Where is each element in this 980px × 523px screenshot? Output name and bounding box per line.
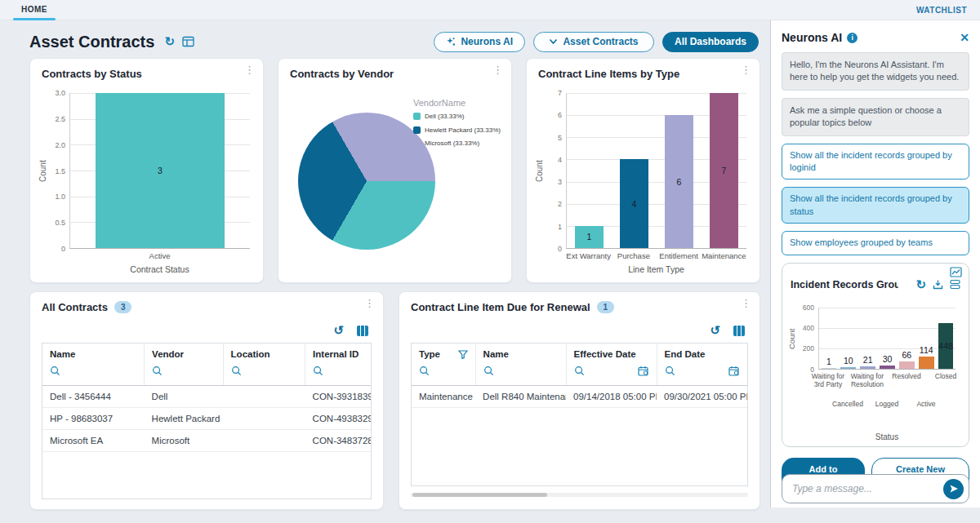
y-tick-label: 0.5 [55,219,65,227]
dashboard-grid-icon[interactable] [182,36,194,47]
bar-entitlement[interactable]: 6 [665,115,693,248]
suggestion-chip[interactable]: Show all the incident records grouped by… [782,187,969,224]
database-icon[interactable] [950,279,960,290]
table-row[interactable]: HP - 98683037Hewlett PackardCON-49383295 [42,408,371,430]
x-category-label: Entitlement [659,251,698,260]
search-icon[interactable] [419,366,430,376]
table-cell: CON-49383295 [305,408,371,430]
search-icon[interactable] [231,366,242,376]
column-header[interactable]: Location [231,349,270,359]
y-tick-label: 400 [803,324,814,332]
bar-closed[interactable]: 448 [938,323,954,369]
panel-title: Neurons AI [782,31,842,44]
scrollbar-thumb[interactable] [412,493,547,497]
calendar-icon[interactable] [638,366,649,376]
card-menu-icon[interactable]: ⋮ [492,64,503,76]
card-title: Contract Line Items by Type [538,68,679,80]
suggestion-chip[interactable]: Show all the incident records grouped by… [782,144,969,180]
bar-active[interactable] [919,357,934,368]
y-tick-label: 2 [558,200,562,208]
x-category-label: Logged [869,400,905,408]
download-icon[interactable] [933,279,943,290]
undo-icon[interactable]: ↺ [333,323,344,338]
x-category-label: Active [149,251,171,260]
bar-purchase[interactable]: 4 [620,159,648,248]
table-header-row: TypeNameEffective DateEnd Date [412,343,747,361]
bar-logged[interactable] [880,366,895,369]
legend-title: VendorName [413,98,501,108]
y-tick-label: 0 [558,245,562,253]
bar-cancelled[interactable] [840,367,856,368]
calendar-icon[interactable] [728,366,740,376]
incident-widget-card: Incident Records Grou... ↻ Count60040020… [782,263,969,447]
card-contracts-by-vendor: Contracts by Vendor ⋮ VendorNameDell (33… [278,58,512,283]
watchlist-link[interactable]: WATCHLIST [916,6,967,15]
bar-value-label: 10 [844,356,853,366]
bar-value-label: 4 [632,199,637,209]
card-title: Contracts by Vendor [290,68,394,80]
suggestion-chip[interactable]: Show employees grouped by teams [782,231,969,255]
bar-chart-incident-records: Count6004002000110213066114448Waiting fo… [786,301,962,445]
card-menu-icon[interactable]: ⋮ [244,64,255,76]
table-cell: Dell [145,386,223,408]
card-menu-icon[interactable]: ⋮ [364,297,375,309]
bar-waiting-for-resolution[interactable] [860,366,875,369]
column-header[interactable]: Type [419,349,440,359]
pie-legend: VendorNameDell (33.33%)Hewlett Packard (… [413,98,501,153]
columns-icon[interactable] [733,326,745,336]
table-row[interactable]: Dell - 3456444DellCON-3931839 [42,386,371,408]
neurons-ai-panel: Neurons AI i ✕ Hello, I'm the Neurons AI… [770,20,980,507]
column-header[interactable]: Name [50,349,75,359]
info-icon[interactable]: i [847,33,858,43]
legend-swatch [413,140,421,147]
refresh-icon[interactable]: ↻ [164,34,175,49]
message-input[interactable] [792,483,943,494]
y-tick-label: 1.5 [55,167,65,175]
table-cell: Maintenance [412,386,475,408]
search-icon[interactable] [50,366,60,376]
bar-maintenance[interactable]: 7 [710,93,737,248]
bar-active[interactable]: 3 [96,93,225,248]
widget-title: Incident Records Grou... [791,279,898,290]
columns-icon[interactable] [357,326,368,336]
x-axis-label: Line Item Type [566,264,746,276]
top-bar: HOME WATCHLIST [0,0,980,20]
send-icon[interactable] [943,479,964,499]
column-header[interactable]: Name [483,349,509,359]
column-header[interactable]: Effective Date [574,349,636,359]
x-axis-label: Contract Status [69,264,250,276]
filter-funnel-icon[interactable] [458,350,468,359]
bar-ext-warranty[interactable]: 1 [575,226,603,248]
bar-value-label: 114 [920,345,933,355]
search-icon[interactable] [313,366,323,376]
y-tick-label: 4 [558,156,562,164]
column-header[interactable]: End Date [665,349,706,359]
card-title: Contracts by Status [42,68,142,80]
card-menu-icon[interactable]: ⋮ [741,64,751,76]
search-icon[interactable] [574,366,585,376]
all-dashboards-button[interactable]: All Dashboards [662,32,759,52]
close-icon[interactable]: ✕ [960,31,969,44]
tab-home[interactable]: HOME [16,0,52,20]
card-menu-icon[interactable]: ⋮ [741,297,751,309]
column-header[interactable]: Vendor [152,349,184,359]
bar-value-label: 6 [677,177,682,187]
bar-resolved[interactable] [899,361,915,368]
search-icon[interactable] [483,366,494,376]
undo-icon[interactable]: ↺ [710,323,720,338]
line-chart-icon[interactable] [950,267,962,277]
table-cell: Dell - 3456444 [42,386,145,408]
neurons-ai-button[interactable]: Neurons AI [434,32,525,52]
table-row[interactable]: MaintenanceDell R840 Maintenance09/14/20… [412,386,747,408]
table-row[interactable]: Microsoft EAMicrosoftCON-3483728 [42,430,371,452]
search-icon[interactable] [665,366,675,376]
dashboard-select[interactable]: Asset Contracts [533,32,654,52]
column-header[interactable]: Internal ID [313,349,359,359]
bar-value-label: 7 [722,166,727,175]
y-tick-label: 2.0 [55,141,65,149]
card-all-contracts: All Contracts 3 ⋮ ↺ NameVendorLocationIn… [29,291,384,510]
y-tick-label: 6 [558,111,562,119]
refresh-icon[interactable]: ↻ [915,277,926,292]
search-icon[interactable] [152,366,163,376]
table-header-row: NameVendorLocationInternal ID [42,343,371,361]
